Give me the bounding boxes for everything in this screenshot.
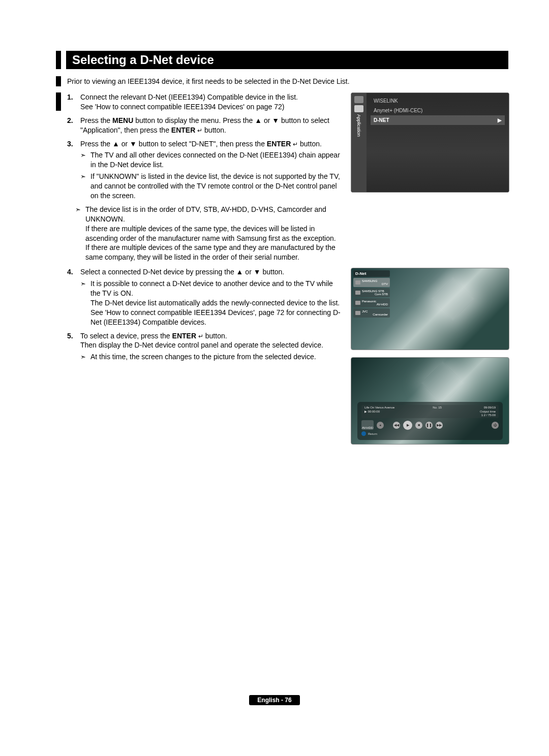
step-text: Then display the D-Net device control pa… xyxy=(80,340,341,350)
sidebar-icon xyxy=(354,96,363,103)
power-button[interactable]: ⏻ xyxy=(492,422,499,429)
section-heading: Selecting a D-Net device xyxy=(56,51,508,69)
enter-icon: ↵ xyxy=(198,333,203,340)
intro-row: Prior to viewing an IEEE1394 device, it … xyxy=(56,76,508,86)
step-3: 3. Press the ▲ or ▼ button to select "D-… xyxy=(67,139,341,201)
menu-item-label: D-NET xyxy=(374,117,389,123)
menu-item-wiselink[interactable]: WISELINK xyxy=(371,96,505,106)
record-button[interactable]: ● xyxy=(377,422,384,429)
menu-item-anynet[interactable]: Anynet+ (HDMI-CEC) xyxy=(371,106,505,115)
step-number: 2. xyxy=(67,116,80,135)
device-type: AV-HDD xyxy=(362,303,388,306)
program-title: Life On Venus Avenue xyxy=(364,406,394,410)
step-text: button. xyxy=(203,332,227,340)
list-accent xyxy=(56,92,61,111)
enter-label: ENTER xyxy=(172,332,196,340)
bullet-text: If "UNKNOWN" is listed in the device lis… xyxy=(90,172,341,201)
enter-icon: ↵ xyxy=(293,141,298,148)
enter-label: ENTER xyxy=(171,126,195,134)
device-type: Camcorder xyxy=(362,313,388,316)
heading-accent xyxy=(56,51,61,69)
return-icon xyxy=(361,431,366,436)
note-text: The device list is in the order of DTV, … xyxy=(85,205,341,262)
step-5: 5. To select a device, press the ENTER ↵… xyxy=(67,331,341,362)
bullet-text: The TV and all other devices connected o… xyxy=(90,150,341,170)
device-list-title: D-Net xyxy=(353,270,390,277)
device-type: DTV xyxy=(362,282,388,286)
step-4: 4. Select a connected D-Net device by pr… xyxy=(67,267,341,327)
menu-sidebar: Application xyxy=(351,93,367,192)
bullet-icon: ➣ xyxy=(80,279,87,327)
step-text: button. xyxy=(298,140,322,148)
step-text: Press the xyxy=(80,116,112,124)
stop-button[interactable]: ■ xyxy=(415,422,422,429)
screenshot-control-panel: Life On Venus Avenue ▶ 00:00:00 No. 15 0… xyxy=(351,357,509,445)
page-footer: English - 76 xyxy=(0,695,549,705)
screenshot-application-menu: Application WISELINK Anynet+ (HDMI-CEC) … xyxy=(351,92,509,193)
control-footer: Return xyxy=(361,431,499,436)
device-item[interactable]: Panasonic AV-HDD xyxy=(353,298,390,307)
step-text: The D-Net device list automatically adds… xyxy=(90,298,341,308)
intro-text: Prior to viewing an IEEE1394 device, it … xyxy=(67,76,350,86)
device-type-badge: AV-HDD xyxy=(361,420,374,430)
step-text: Connect the relevant D-Net (IEEE1394) Co… xyxy=(80,92,341,102)
bullet-icon: ➣ xyxy=(80,172,87,201)
rewind-button[interactable]: ◀◀ xyxy=(393,422,400,429)
pause-button[interactable]: ❚❚ xyxy=(425,422,433,429)
device-list-panel: D-Net SAMSUNG DTV SAMSUNG STB Com STB xyxy=(353,270,390,346)
instruction-list: 1. Connect the relevant D-Net (IEEE1394)… xyxy=(67,92,341,445)
chevron-right-icon: ▶ xyxy=(498,117,502,123)
date: 09:09/19 xyxy=(480,406,496,410)
step-text: button. xyxy=(202,126,226,134)
sidebar-icon xyxy=(354,105,363,112)
play-button[interactable]: ▶ xyxy=(403,421,412,430)
device-icon xyxy=(355,311,360,315)
screenshot-device-list: D-Net SAMSUNG DTV SAMSUNG STB Com STB xyxy=(351,268,509,350)
device-icon xyxy=(355,291,360,295)
device-icon xyxy=(355,301,360,305)
step-number: 1. xyxy=(67,92,80,112)
step-number: 4. xyxy=(67,267,80,327)
duration: 1:2 / 75:00 xyxy=(480,414,496,417)
enter-icon: ↵ xyxy=(197,127,202,134)
step-1: 1. Connect the relevant D-Net (IEEE1394)… xyxy=(67,92,341,112)
bullet-icon: ➣ xyxy=(80,150,87,170)
device-icon xyxy=(355,280,360,285)
elapsed-time: ▶ 00:00:00 xyxy=(364,410,394,414)
step-text: Select a connected D-Net device by press… xyxy=(80,267,341,277)
menu-label: MENU xyxy=(112,116,133,124)
output-label: Output time xyxy=(480,410,496,414)
sidebar-label: Application xyxy=(356,114,361,137)
transport-controls: AV-HDD ● ◀◀ ▶ ■ ❚❚ ▶▶ ⏻ xyxy=(361,420,499,430)
enter-label: ENTER xyxy=(267,140,291,148)
step-number: 5. xyxy=(67,331,80,362)
control-info-bar: Life On Venus Avenue ▶ 00:00:00 No. 15 0… xyxy=(361,405,499,418)
device-item[interactable]: SAMSUNG STB Com STB xyxy=(353,288,390,297)
device-type: Com STB xyxy=(362,293,388,296)
background-flare xyxy=(432,277,475,321)
device-item[interactable]: SAMSUNG DTV xyxy=(353,278,390,287)
step-text: See 'How to connect compatible IEEE1394 … xyxy=(90,308,341,327)
background-flare xyxy=(421,362,465,405)
step-text: To select a device, press the xyxy=(80,332,172,340)
step-text: Press the ▲ or ▼ button to select "D-NET… xyxy=(80,140,267,148)
intro-accent xyxy=(56,76,61,86)
page-number: English - 76 xyxy=(249,695,299,705)
forward-button[interactable]: ▶▶ xyxy=(436,422,443,429)
bullet-icon: ➣ xyxy=(75,205,82,262)
channel-number: No. 15 xyxy=(433,406,442,417)
step-number: 3. xyxy=(67,139,80,201)
menu-main: WISELINK Anynet+ (HDMI-CEC) D-NET ▶ xyxy=(367,93,509,192)
menu-item-dnet[interactable]: D-NET ▶ xyxy=(371,115,505,125)
control-panel: Life On Venus Avenue ▶ 00:00:00 No. 15 0… xyxy=(357,402,503,440)
spacer xyxy=(351,200,508,261)
page-title: Selecting a D-Net device xyxy=(66,51,508,69)
step-text: See 'How to connect compatible IEEE1394 … xyxy=(80,102,341,112)
bullet-text: It is possible to connect a D-Net device… xyxy=(90,279,341,298)
return-label: Return xyxy=(368,432,377,435)
note: ➣ The device list is in the order of DTV… xyxy=(75,205,341,262)
step-2: 2. Press the MENU button to display the … xyxy=(67,116,341,135)
bullet-text: At this time, the screen changes to the … xyxy=(90,352,341,362)
bullet-icon: ➣ xyxy=(80,352,87,362)
device-item[interactable]: JVC Camcorder xyxy=(353,308,390,318)
